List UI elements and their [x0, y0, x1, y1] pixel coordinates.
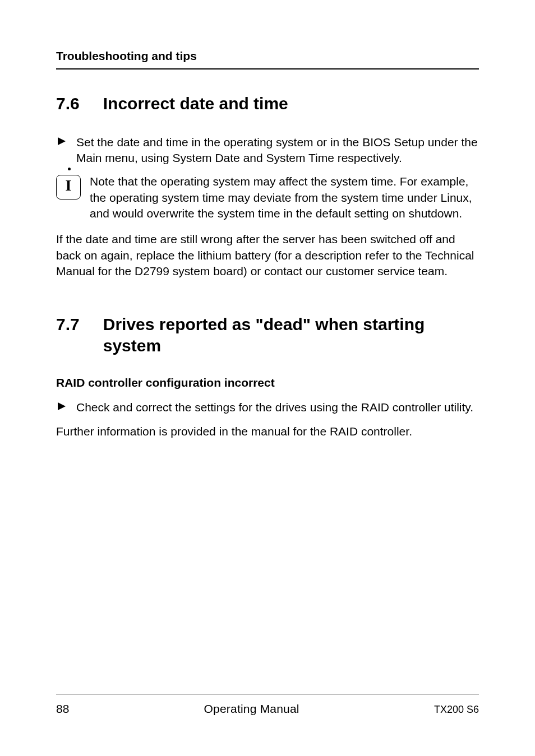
- page-content: Troubleshooting and tips 7.6 Incorrect d…: [56, 49, 479, 716]
- heading-title: Incorrect date and time: [103, 93, 479, 114]
- triangle-bullet-icon: [56, 400, 67, 415]
- paragraph: Further information is provided in the m…: [56, 424, 479, 439]
- note-text: Note that the operating system may affec…: [90, 174, 479, 221]
- footer-center: Operating Manual: [69, 702, 434, 716]
- heading-7-7: 7.7 Drives reported as "dead" when start…: [56, 314, 479, 356]
- step-text: Check and correct the settings for the d…: [76, 400, 479, 415]
- heading-number: 7.7: [56, 314, 80, 356]
- step-item: Set the date and time in the operating s…: [56, 134, 479, 166]
- footer-right: TX200 S6: [434, 704, 479, 716]
- heading-title: Drives reported as "dead" when starting …: [103, 314, 479, 356]
- info-icon: I: [56, 175, 81, 200]
- note-block: I Note that the operating system may aff…: [56, 174, 479, 221]
- page-number: 88: [56, 702, 69, 716]
- running-header: Troubleshooting and tips: [56, 49, 479, 69]
- step-text: Set the date and time in the operating s…: [76, 134, 479, 166]
- step-item: Check and correct the settings for the d…: [56, 400, 479, 415]
- triangle-bullet-icon: [56, 134, 67, 166]
- page-footer: 88 Operating Manual TX200 S6: [56, 694, 479, 716]
- heading-number: 7.6: [56, 93, 80, 114]
- paragraph: If the date and time are still wrong aft…: [56, 231, 479, 279]
- heading-7-6: 7.6 Incorrect date and time: [56, 93, 479, 114]
- sub-heading: RAID controller configuration incorrect: [56, 376, 479, 389]
- svg-marker-1: [58, 402, 66, 410]
- svg-marker-0: [58, 137, 66, 145]
